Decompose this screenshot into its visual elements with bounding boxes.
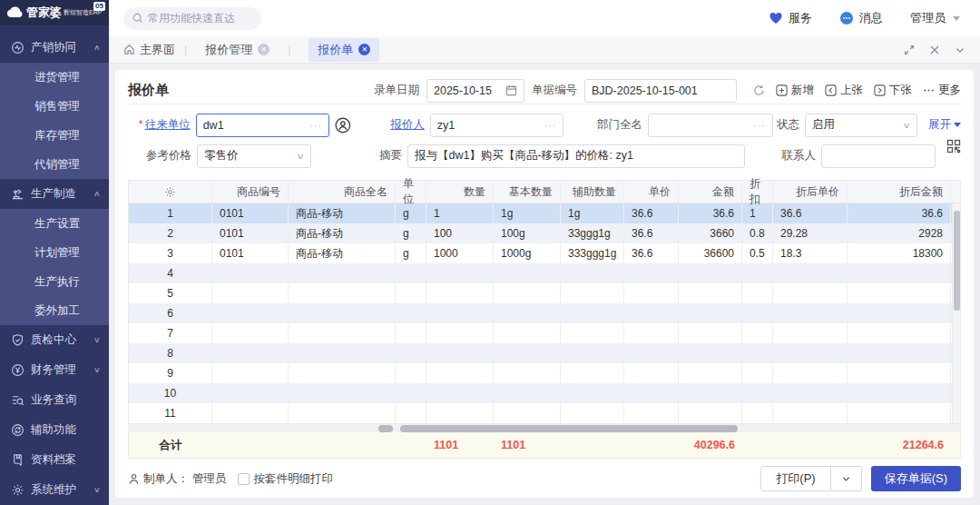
sidebar-item-库存管理[interactable]: 库存管理 xyxy=(0,121,109,150)
column-header-单价: 单价 xyxy=(624,181,679,203)
search-list-icon xyxy=(11,393,24,407)
sidebar-item-系统维护[interactable]: 系统维护∨ xyxy=(0,475,109,505)
tab-menu-chevron-icon[interactable] xyxy=(955,45,965,55)
tab-报价单[interactable]: 报价单✕ xyxy=(309,38,379,62)
cell-折扣 xyxy=(742,383,773,403)
main-area: 常用功能快速直达 服务 消息 管理员 主界面 xyxy=(109,0,980,505)
table-row[interactable]: 11 xyxy=(129,403,960,423)
cell-商品全名: 商品-移动 xyxy=(289,203,396,223)
contact-input[interactable] xyxy=(821,144,936,168)
service-button[interactable]: 服务 xyxy=(769,10,812,26)
expand-toggle[interactable]: 展开 xyxy=(928,117,961,133)
lookup-ellipsis-icon[interactable]: ··· xyxy=(753,120,766,131)
doc-no-input[interactable]: BJD-2025-10-15-001 xyxy=(584,79,737,103)
sidebar-item-质检中心[interactable]: 质检中心∨ xyxy=(0,325,109,355)
save-button[interactable]: 保存单据(S) xyxy=(871,466,961,491)
sidebar-item-业务查询[interactable]: 业务查询 xyxy=(0,385,109,415)
row-number: 7 xyxy=(129,323,212,343)
ref-price-select[interactable]: 零售价 ∨ xyxy=(197,144,311,168)
sidebar-item-辅助功能[interactable]: 辅助功能 xyxy=(0,415,109,445)
table-row[interactable]: 10101商品-移动g11g1g36.636.6136.636.6 xyxy=(129,203,960,223)
summary-input[interactable]: 报与【dw1】购买【商品-移动】的价格: zy1 xyxy=(407,144,745,168)
sidebar-item-产销协同[interactable]: 产销协同∧ xyxy=(0,33,109,63)
sidebar-item-销售管理[interactable]: 销售管理 xyxy=(0,92,109,121)
horizontal-scrollbar-thumb-left[interactable] xyxy=(378,425,393,432)
close-all-tabs-icon[interactable] xyxy=(929,45,940,55)
expand-window-icon[interactable] xyxy=(904,45,915,55)
total-label: 合计 xyxy=(129,432,212,458)
cell-辅助数量 xyxy=(561,283,624,303)
calendar-icon[interactable] xyxy=(505,84,517,96)
table-row[interactable]: 7 xyxy=(129,323,960,343)
cell-辅助数量 xyxy=(561,343,624,363)
table-row[interactable]: 20101商品-移动g100100g33ggg1g36.636600.829.2… xyxy=(129,223,960,243)
column-header-金额: 金额 xyxy=(679,181,742,203)
grid-settings-button[interactable] xyxy=(129,181,212,203)
table-row[interactable]: 6 xyxy=(129,303,960,323)
cell-辅助数量 xyxy=(561,363,624,383)
tab-报价管理[interactable]: 报价管理✕ xyxy=(196,38,279,62)
next-button[interactable]: 下张 xyxy=(874,83,912,98)
tab-separator: | xyxy=(288,44,290,56)
sidebar-item-代销管理[interactable]: 代销管理 xyxy=(0,150,109,179)
sidebar-item-生产设置[interactable]: 生产设置 xyxy=(0,209,109,238)
table-row[interactable]: 8 xyxy=(129,343,960,363)
table-row[interactable]: 9 xyxy=(129,363,960,383)
ref-price-value: 零售价 xyxy=(204,148,239,163)
lookup-ellipsis-icon[interactable]: ··· xyxy=(309,120,322,131)
user-menu[interactable]: 管理员 xyxy=(910,10,960,26)
checkbox-unchecked-icon[interactable] xyxy=(238,473,250,485)
sidebar-item-生产制造[interactable]: 生产制造∧ xyxy=(0,179,109,209)
partner-label[interactable]: 往来单位 xyxy=(145,118,191,131)
messages-button[interactable]: 消息 xyxy=(839,10,883,26)
grid-total-row: 合计1101110140296.621264.6 xyxy=(128,432,961,459)
sidebar-item-进货管理[interactable]: 进货管理 xyxy=(0,63,109,92)
sidebar-item-计划管理[interactable]: 计划管理 xyxy=(0,238,109,267)
sidebar-item-生产执行[interactable]: 生产执行 xyxy=(0,267,109,296)
cell-商品编号 xyxy=(212,363,289,383)
sidebar-item-委外加工[interactable]: 委外加工 xyxy=(0,296,109,325)
more-button[interactable]: 更多 xyxy=(923,83,961,98)
close-tab-icon[interactable]: ✕ xyxy=(258,44,270,55)
print-button[interactable]: 打印(P) xyxy=(760,466,830,491)
cell-单位: g xyxy=(396,243,426,263)
chevron-right-square-icon xyxy=(874,84,886,96)
brand-name: 管家婆 xyxy=(26,5,62,21)
horizontal-scrollbar-thumb[interactable] xyxy=(400,425,738,432)
table-row[interactable]: 10 xyxy=(129,383,960,403)
sidebar-item-label: 系统维护 xyxy=(31,482,76,498)
chevron-up-icon: ∧ xyxy=(93,190,101,198)
close-tab-icon[interactable]: ✕ xyxy=(358,44,370,55)
print-detail-checkbox-row[interactable]: 按套件明细打印 xyxy=(238,471,334,487)
status-select[interactable]: 启用 ∨ xyxy=(805,114,917,137)
partner-input[interactable]: dw1 ··· xyxy=(196,114,329,137)
record-date-input[interactable]: 2025-10-15 xyxy=(426,79,524,103)
table-row[interactable]: 4 xyxy=(129,263,960,283)
qr-code-icon[interactable] xyxy=(946,139,961,153)
quoter-input[interactable]: zy1 ··· xyxy=(430,114,564,137)
lookup-ellipsis-icon[interactable]: ··· xyxy=(544,120,556,131)
sidebar-item-资料档案[interactable]: 资料档案 xyxy=(0,445,109,475)
sidebar-item-财务管理[interactable]: 财务管理∨ xyxy=(0,355,109,385)
prev-button[interactable]: 上张 xyxy=(825,83,863,98)
vertical-scrollbar[interactable] xyxy=(952,203,960,423)
cell-单位 xyxy=(396,383,426,403)
tab-label: 报价单 xyxy=(318,42,353,58)
vertical-scrollbar-thumb[interactable] xyxy=(954,211,960,311)
select-contact-icon[interactable] xyxy=(335,117,351,134)
new-button[interactable]: 新增 xyxy=(776,83,814,98)
department-input[interactable]: ··· xyxy=(648,114,773,137)
print-dropdown-button[interactable] xyxy=(831,466,862,491)
tab-home[interactable]: 主界面 xyxy=(123,42,175,58)
row-number: 9 xyxy=(129,363,212,383)
table-row[interactable]: 30101商品-移动g10001000g333ggg1g36.6366000.5… xyxy=(129,243,960,263)
table-row[interactable]: 5 xyxy=(129,283,960,303)
cell-单位: g xyxy=(396,203,426,223)
quotation-card: 报价单 录单日期 2025-10-15 单据编号 BJD-2025-10-15-… xyxy=(115,70,974,498)
row-number: 6 xyxy=(129,303,212,323)
refresh-button[interactable] xyxy=(753,84,765,96)
quick-search-input[interactable]: 常用功能快速直达 xyxy=(123,7,261,30)
quoter-label[interactable]: 报价人 xyxy=(390,118,425,131)
horizontal-scrollbar[interactable] xyxy=(128,423,961,432)
tab-label: 报价管理 xyxy=(205,42,252,58)
